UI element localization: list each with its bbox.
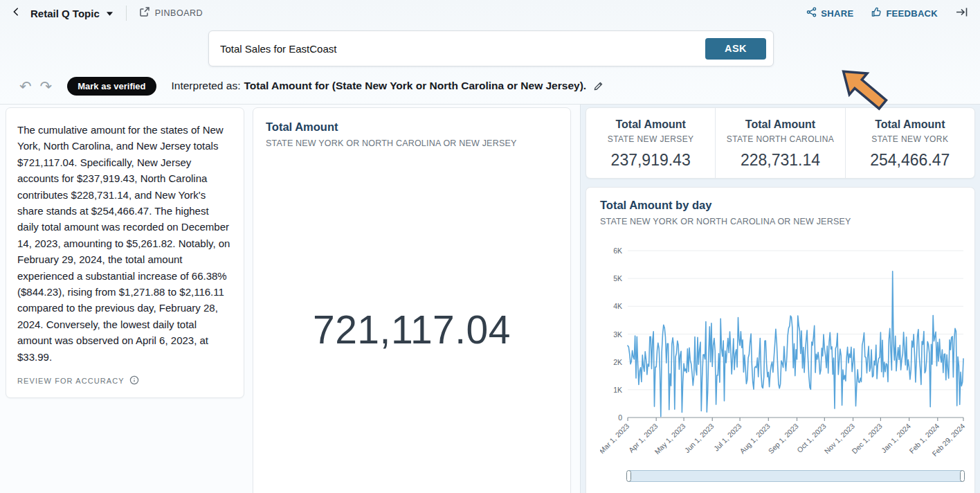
collapse-panel-button[interactable] <box>956 7 968 19</box>
kpi-subtitle: STATE NEW JERSEY <box>608 134 694 144</box>
kpi-new-jersey[interactable]: Total Amount STATE NEW JERSEY 237,919.43 <box>586 108 715 178</box>
kpi-north-carolina[interactable]: Total Amount STATE NORTH CAROLINA 228,73… <box>715 108 844 178</box>
kpi-value: 254,466.47 <box>870 151 950 170</box>
topic-name: Retail Q Topic <box>30 8 100 19</box>
svg-text:1K: 1K <box>613 386 622 394</box>
line-chart-plot[interactable]: 01K2K3K4K5K6KMar 1, 2023Apr 1, 2023May 1… <box>600 236 961 462</box>
info-icon[interactable] <box>129 375 139 386</box>
chevron-left-icon <box>11 7 21 19</box>
question-input[interactable] <box>220 43 705 55</box>
kpi-new-york[interactable]: Total Amount STATE NEW YORK 254,466.47 <box>845 108 974 178</box>
svg-text:6K: 6K <box>613 247 622 255</box>
ask-bar: ASK <box>208 30 774 66</box>
right-panel: Total Amount STATE NEW JERSEY 237,919.43… <box>580 105 980 493</box>
svg-text:Mar 1, 2023: Mar 1, 2023 <box>600 422 631 455</box>
pinboard-icon <box>139 6 150 20</box>
chart-range-slider[interactable] <box>628 470 963 482</box>
pinboard-label: PINBOARD <box>155 8 203 18</box>
chart-subtitle: STATE NEW YORK OR NORTH CAROLINA OR NEW … <box>600 217 961 226</box>
total-amount-card: Total Amount STATE NEW YORK OR NORTH CAR… <box>253 107 571 493</box>
annotation-arrow <box>833 65 893 116</box>
top-bar: Retail Q Topic PINBOARD SHARE FEEDBACK <box>0 0 980 26</box>
share-icon <box>806 7 817 19</box>
svg-text:4K: 4K <box>613 302 622 310</box>
kpi-value: 228,731.14 <box>741 151 820 170</box>
interpreted-text: Total Amount for (State New York or Nort… <box>244 80 586 92</box>
review-for-accuracy: REVIEW FOR ACCURACY <box>17 375 233 386</box>
chart-title: Total Amount by day <box>600 199 961 212</box>
feedback-button[interactable]: FEEDBACK <box>871 7 938 19</box>
kpi-subtitle: STATE NEW YORK <box>871 134 948 144</box>
kpi-value: 237,919.43 <box>611 151 691 170</box>
total-card-subtitle: STATE NEW YORK OR NORTH CAROLINA OR NEW … <box>266 138 558 148</box>
kpi-subtitle: STATE NORTH CAROLINA <box>727 134 834 144</box>
total-card-title: Total Amount <box>266 120 558 134</box>
kpi-card: Total Amount STATE NEW JERSEY 237,919.43… <box>586 107 975 179</box>
svg-text:2K: 2K <box>613 358 622 366</box>
back-button[interactable] <box>8 4 24 22</box>
narrative-card: The cumulative amount for the states of … <box>6 107 244 398</box>
pinboard-button[interactable]: PINBOARD <box>139 6 203 20</box>
topbar-divider <box>126 6 127 21</box>
svg-text:Jun 1, 2023: Jun 1, 2023 <box>682 422 715 454</box>
share-label: SHARE <box>821 8 853 19</box>
kpi-title: Total Amount <box>616 118 686 131</box>
interpreted-as: Interpreted as: Total Amount for (State … <box>172 80 604 92</box>
total-amount-value: 721,117.04 <box>253 307 570 352</box>
edit-pencil-icon[interactable] <box>593 81 604 91</box>
kpi-title: Total Amount <box>875 118 945 131</box>
undo-icon[interactable]: ↶ <box>19 79 32 93</box>
slider-handle-right[interactable] <box>960 470 965 482</box>
feedback-label: FEEDBACK <box>886 8 938 19</box>
svg-text:0: 0 <box>618 413 622 422</box>
svg-text:3K: 3K <box>613 330 622 339</box>
kpi-title: Total Amount <box>745 118 815 131</box>
share-button[interactable]: SHARE <box>806 7 853 19</box>
thumbs-up-icon <box>871 7 882 19</box>
narrative-text: The cumulative amount for the states of … <box>17 122 233 365</box>
mark-as-verified-button[interactable]: Mark as verified <box>67 77 156 96</box>
topic-selector[interactable]: Retail Q Topic <box>30 7 114 19</box>
topbar-right-actions: SHARE FEEDBACK <box>806 7 968 19</box>
svg-text:5K: 5K <box>613 274 622 283</box>
slider-handle-left[interactable] <box>626 470 631 482</box>
caret-down-icon <box>106 7 114 19</box>
redo-icon[interactable]: ↷ <box>40 79 53 93</box>
ask-button[interactable]: ASK <box>705 38 766 60</box>
arrow-to-bar-icon <box>956 7 968 19</box>
verify-row: ↶ ↷ Mark as verified Interpreted as: Tot… <box>19 75 966 97</box>
line-chart-card: Total Amount by day STATE NEW YORK OR NO… <box>586 187 975 493</box>
interpreted-prefix: Interpreted as: <box>172 80 241 92</box>
review-for-accuracy-label: REVIEW FOR ACCURACY <box>17 377 125 385</box>
svg-text:Sep 1, 2023: Sep 1, 2023 <box>766 422 800 456</box>
